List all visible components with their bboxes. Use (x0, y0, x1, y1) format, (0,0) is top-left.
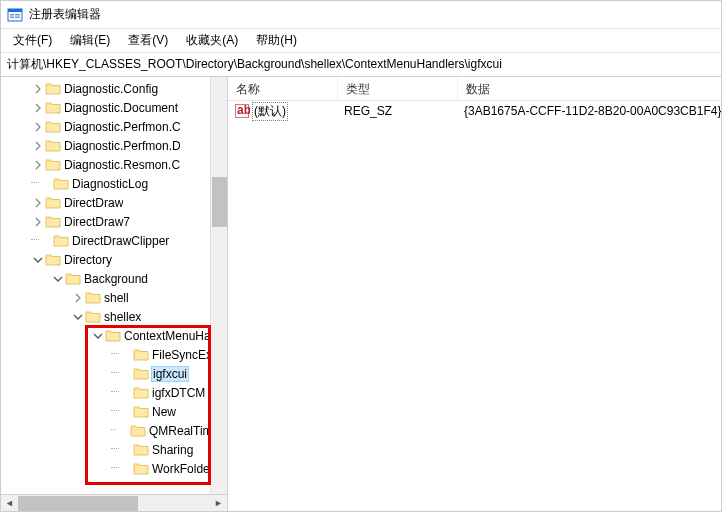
tree-item[interactable]: DiagnosticLog (1, 174, 227, 193)
tree-item-label: FileSyncEx (152, 348, 212, 362)
folder-icon (85, 310, 101, 324)
svg-text:ab: ab (237, 103, 250, 117)
folder-icon (53, 234, 69, 248)
chevron-right-icon[interactable] (31, 139, 45, 153)
value-row[interactable]: ab(默认)REG_SZ{3AB1675A-CCFF-11D2-8B20-00A… (228, 101, 722, 121)
tree-item-label: igfxDTCM (152, 386, 205, 400)
tree-item-label: shellex (104, 310, 141, 324)
menu-file[interactable]: 文件(F) (5, 29, 60, 52)
chevron-right-icon[interactable] (31, 196, 45, 210)
folder-icon (133, 348, 149, 362)
tree-item[interactable]: Diagnostic.Resmon.C (1, 155, 227, 174)
tree-item-label: shell (104, 291, 129, 305)
menu-view[interactable]: 查看(V) (120, 29, 176, 52)
tree-item[interactable]: New (1, 402, 227, 421)
list-header: 名称 类型 数据 (228, 77, 722, 101)
tree-scroll[interactable]: Diagnostic.ConfigDiagnostic.DocumentDiag… (1, 77, 227, 494)
tree-item[interactable]: DirectDraw (1, 193, 227, 212)
tree-leader (119, 405, 133, 419)
folder-icon (45, 158, 61, 172)
tree-item-label: igfxcui (152, 367, 188, 381)
tree-item[interactable]: ContextMenuHandlers (1, 326, 227, 345)
tree-item[interactable]: QMRealTimeProtection (1, 421, 227, 440)
string-value-icon: ab (234, 103, 250, 119)
list-body[interactable]: ab(默认)REG_SZ{3AB1675A-CCFF-11D2-8B20-00A… (228, 101, 722, 511)
folder-icon (45, 101, 61, 115)
chevron-right-icon[interactable] (31, 120, 45, 134)
folder-icon (53, 177, 69, 191)
tree-item[interactable]: Diagnostic.Document (1, 98, 227, 117)
value-name: (默认) (252, 102, 288, 121)
tree-item-label: Diagnostic.Perfmon.D (64, 139, 181, 153)
scroll-right-icon[interactable]: ► (210, 496, 227, 511)
column-name[interactable]: 名称 (228, 77, 338, 100)
tree-item-label: Directory (64, 253, 112, 267)
tree-item[interactable]: Directory (1, 250, 227, 269)
chevron-right-icon[interactable] (31, 82, 45, 96)
chevron-right-icon[interactable] (31, 101, 45, 115)
folder-icon (133, 367, 149, 381)
folder-icon (45, 253, 61, 267)
list-pane: 名称 类型 数据 ab(默认)REG_SZ{3AB1675A-CCFF-11D2… (228, 77, 722, 511)
tree-item[interactable]: Diagnostic.Perfmon.D (1, 136, 227, 155)
tree-leader (119, 462, 133, 476)
folder-icon (85, 291, 101, 305)
tree-leader (119, 367, 133, 381)
chevron-right-icon[interactable] (71, 291, 85, 305)
tree-item[interactable]: shellex (1, 307, 227, 326)
chevron-down-icon[interactable] (51, 272, 65, 286)
regedit-icon (7, 7, 23, 23)
address-input[interactable] (7, 58, 715, 72)
window-title: 注册表编辑器 (29, 6, 101, 23)
tree-item[interactable]: Diagnostic.Perfmon.C (1, 117, 227, 136)
tree-item-label: DiagnosticLog (72, 177, 148, 191)
chevron-down-icon[interactable] (91, 329, 105, 343)
main-pane: Diagnostic.ConfigDiagnostic.DocumentDiag… (1, 77, 721, 511)
tree-item-label: DirectDrawClipper (72, 234, 169, 248)
tree-item[interactable]: Background (1, 269, 227, 288)
tree-item[interactable]: DirectDraw7 (1, 212, 227, 231)
tree-item[interactable]: Diagnostic.Config (1, 79, 227, 98)
value-type: REG_SZ (338, 104, 458, 118)
folder-icon (45, 196, 61, 210)
menu-favorites[interactable]: 收藏夹(A) (178, 29, 246, 52)
tree-item[interactable]: DirectDrawClipper (1, 231, 227, 250)
tree-hscrollbar[interactable]: ◄ ► (1, 494, 227, 511)
menu-edit[interactable]: 编辑(E) (62, 29, 118, 52)
chevron-down-icon[interactable] (31, 253, 45, 267)
tree-leader (119, 386, 133, 400)
menubar: 文件(F) 编辑(E) 查看(V) 收藏夹(A) 帮助(H) (1, 29, 721, 53)
chevron-right-icon[interactable] (31, 158, 45, 172)
tree-leader (39, 234, 53, 248)
tree-item[interactable]: shell (1, 288, 227, 307)
tree-item[interactable]: FileSyncEx (1, 345, 227, 364)
tree-vscrollbar[interactable] (210, 77, 227, 494)
tree-item-label: Sharing (152, 443, 193, 457)
svg-rect-5 (15, 16, 20, 18)
tree-item-label: Diagnostic.Resmon.C (64, 158, 180, 172)
tree-item-label: Background (84, 272, 148, 286)
value-data: {3AB1675A-CCFF-11D2-8B20-00A0C93CB1F4} (458, 104, 722, 118)
tree-item-label: New (152, 405, 176, 419)
folder-icon (130, 424, 146, 438)
chevron-right-icon[interactable] (31, 215, 45, 229)
tree-item-label: DirectDraw (64, 196, 123, 210)
folder-icon (133, 443, 149, 457)
column-data[interactable]: 数据 (458, 77, 722, 100)
folder-icon (133, 386, 149, 400)
tree-item-label: Diagnostic.Config (64, 82, 158, 96)
tree-item-label: Diagnostic.Document (64, 101, 178, 115)
folder-icon (105, 329, 121, 343)
tree-item[interactable]: WorkFolders (1, 459, 227, 478)
tree-item-label: DirectDraw7 (64, 215, 130, 229)
folder-icon (65, 272, 81, 286)
folder-icon (45, 120, 61, 134)
scroll-left-icon[interactable]: ◄ (1, 496, 18, 511)
chevron-down-icon[interactable] (71, 310, 85, 324)
tree-leader (116, 424, 130, 438)
column-type[interactable]: 类型 (338, 77, 458, 100)
tree-item[interactable]: Sharing (1, 440, 227, 459)
tree-item[interactable]: igfxDTCM (1, 383, 227, 402)
tree-item[interactable]: igfxcui (1, 364, 227, 383)
menu-help[interactable]: 帮助(H) (248, 29, 305, 52)
